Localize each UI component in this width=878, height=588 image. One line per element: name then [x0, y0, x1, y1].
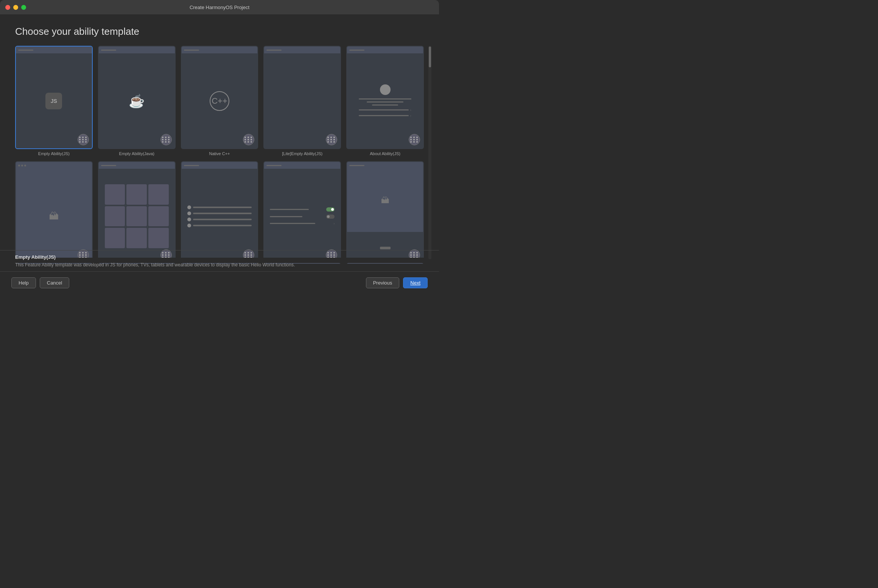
card-body: 🏔 [16, 169, 92, 258]
description-text: This Feature Ability template was develo… [15, 261, 424, 268]
template-card-empty-js[interactable]: JS [15, 46, 93, 149]
card-body: JS [16, 53, 92, 148]
title-bar: Create HarmonyOS Project [0, 0, 439, 14]
platform-badge [409, 134, 420, 145]
header-dot-2 [21, 165, 23, 166]
platform-badge [78, 134, 89, 145]
coffee-icon: ☕ [129, 93, 145, 109]
scrollbar-thumb[interactable] [429, 47, 431, 67]
about-line-4 [359, 109, 408, 110]
list-preview [187, 205, 252, 227]
card-body [99, 169, 175, 258]
previous-button[interactable]: Previous [366, 277, 400, 288]
footer: Help Cancel Previous Next [0, 271, 439, 294]
splash-bar [380, 247, 391, 249]
maximize-button[interactable] [21, 5, 26, 10]
description-title: Empty Ability(JS) [15, 254, 424, 260]
card-header [182, 162, 258, 169]
header-dot-1 [18, 165, 20, 166]
template-item-empty-js[interactable]: JS Empty Ability(JS) [15, 46, 93, 156]
header-line [184, 50, 199, 51]
grid-preview [103, 182, 171, 250]
help-button[interactable]: Help [11, 277, 36, 288]
scrollbar-track [428, 46, 431, 259]
description-area: Empty Ability(JS) This Feature Ability t… [0, 250, 439, 271]
card-header [347, 162, 423, 169]
card-header [347, 47, 423, 53]
template-item-grid-js[interactable]: Grid Ability(JS) [98, 161, 176, 258]
card-header [264, 162, 340, 169]
settings-preview: › [270, 207, 335, 226]
about-line-1 [359, 98, 411, 100]
page-title: Choose your ability template [15, 26, 424, 37]
template-item-listtab-js[interactable]: List Tab Ability(JS) [181, 161, 258, 258]
header-dot-3 [24, 165, 26, 166]
header-line [18, 50, 33, 51]
window-controls [5, 5, 26, 10]
card-header [16, 47, 92, 53]
template-label-empty-js: Empty Ability(JS) [38, 151, 70, 156]
template-label-about-js: About Ability(JS) [370, 151, 400, 156]
mountain-icon: 🏔 [381, 196, 389, 205]
card-body: ☕ [99, 53, 175, 148]
about-line-2 [367, 101, 403, 103]
chevron-icon-2: › [410, 114, 411, 118]
header-line [349, 50, 364, 51]
about-avatar [380, 84, 391, 95]
template-item-native-cpp[interactable]: C++ Native C++ [181, 46, 258, 156]
footer-left: Help Cancel [11, 277, 69, 288]
template-label-native-cpp: Native C++ [209, 151, 230, 156]
about-preview: › › [359, 84, 411, 118]
template-card-settings-js[interactable]: › [263, 161, 341, 258]
template-card-about-js[interactable]: › › [346, 46, 424, 149]
card-body [182, 169, 258, 258]
templates-grid: JS Empty Ability(JS) [15, 46, 424, 258]
cancel-button[interactable]: Cancel [40, 277, 69, 288]
image-icon: 🏔 [49, 210, 59, 222]
main-content: Choose your ability template JS [0, 14, 439, 264]
card-header [182, 47, 258, 53]
template-item-about-js[interactable]: › › [346, 46, 424, 156]
template-card-empty-java[interactable]: ☕ [98, 46, 176, 149]
header-line [101, 50, 116, 51]
footer-right: Previous Next [366, 277, 428, 288]
cancel-label: Cancel [47, 280, 62, 286]
close-button[interactable] [5, 5, 10, 10]
template-label-lite-empty-js: [Lite]Empty Ability(JS) [282, 151, 322, 156]
template-card-grid-js[interactable] [98, 161, 176, 258]
platform-badge [160, 134, 172, 145]
template-card-fullscreen-js[interactable]: 🏔 [15, 161, 93, 258]
template-item-fullscreen-js[interactable]: 🏔 Full Screen Ability(JS) [15, 161, 93, 258]
template-card-listtab-js[interactable] [181, 161, 258, 258]
next-button[interactable]: Next [403, 277, 428, 288]
template-item-splash-js[interactable]: 🏔 Splash Screen Ability( [346, 161, 424, 258]
toggle-1 [326, 207, 335, 212]
header-line [101, 165, 116, 166]
header-line [266, 165, 282, 166]
card-header [99, 47, 175, 53]
template-item-empty-java[interactable]: ☕ Empty Ability(Java) [98, 46, 176, 156]
template-card-splash-js[interactable]: 🏔 [346, 161, 424, 258]
splash-top: 🏔 [347, 169, 423, 232]
template-item-lite-empty-js[interactable]: [Lite]Empty Ability(JS) [263, 46, 341, 156]
template-card-native-cpp[interactable]: C++ [181, 46, 258, 149]
template-item-settings-js[interactable]: › Settings Ability(JS) [263, 161, 341, 258]
window-title: Create HarmonyOS Project [190, 5, 249, 10]
about-line-3 [372, 104, 398, 106]
template-card-lite-empty-js[interactable] [263, 46, 341, 149]
header-line [184, 165, 199, 166]
header-line [349, 165, 364, 166]
card-body: › [264, 169, 340, 258]
about-line-5 [359, 115, 408, 116]
fullscreen-bg: 🏔 [16, 169, 92, 258]
js-icon: JS [45, 93, 62, 109]
card-header [264, 47, 340, 53]
card-header [16, 162, 92, 169]
minimize-button[interactable] [13, 5, 18, 10]
toggle-2 [326, 215, 335, 219]
next-label: Next [410, 280, 420, 286]
templates-area: JS Empty Ability(JS) [15, 46, 424, 264]
header-line [266, 50, 282, 51]
template-label-empty-java: Empty Ability(Java) [119, 151, 154, 156]
chevron-icon: › [410, 108, 411, 112]
